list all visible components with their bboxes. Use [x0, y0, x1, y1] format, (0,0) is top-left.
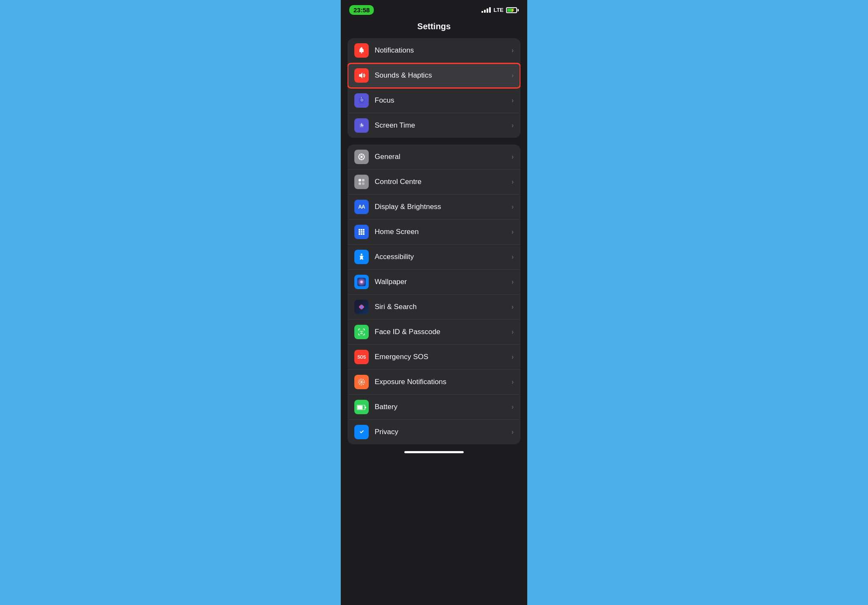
accessibility-label: Accessibility [375, 253, 512, 261]
settings-item-wallpaper[interactable]: Wallpaper › [348, 270, 520, 295]
sounds-chevron: › [512, 72, 514, 79]
svg-rect-30 [358, 405, 363, 409]
settings-item-screentime[interactable]: Screen Time › [348, 113, 520, 138]
signal-bars [481, 7, 491, 13]
display-chevron: › [512, 203, 514, 211]
screentime-label: Screen Time [375, 121, 512, 130]
settings-item-battery[interactable]: Battery › [348, 395, 520, 420]
accessibility-icon [354, 250, 369, 264]
battery-icon-wrap [354, 400, 369, 414]
control-chevron: › [512, 178, 514, 186]
screentime-icon [354, 118, 369, 133]
battery-bolt-icon: ⚡ [510, 8, 515, 12]
settings-item-faceid[interactable]: Face ID & Passcode › [348, 320, 520, 345]
faceid-chevron: › [512, 328, 514, 336]
faceid-label: Face ID & Passcode [375, 328, 512, 336]
page-title: Settings [341, 18, 527, 38]
settings-item-focus[interactable]: Focus › [348, 88, 520, 113]
settings-item-emergency[interactable]: SOS Emergency SOS › [348, 345, 520, 370]
battery-chevron: › [512, 403, 514, 411]
emergency-icon: SOS [354, 350, 369, 364]
phone-screen: 23:58 LTE ⚡ Settings [341, 0, 527, 605]
battery-tip [517, 9, 519, 11]
focus-icon [354, 93, 369, 108]
control-label: Control Centre [375, 178, 512, 186]
wallpaper-label: Wallpaper [375, 278, 512, 286]
settings-item-privacy[interactable]: Privacy › [348, 420, 520, 444]
accessibility-chevron: › [512, 253, 514, 261]
privacy-icon [354, 425, 369, 439]
svg-rect-8 [359, 179, 361, 181]
svg-point-28 [361, 381, 362, 383]
homescreen-label: Home Screen [375, 228, 512, 236]
focus-label: Focus [375, 96, 512, 105]
control-icon [354, 175, 369, 189]
faceid-icon [354, 325, 369, 339]
settings-item-sounds[interactable]: Sounds & Haptics › [348, 63, 520, 88]
siri-icon [354, 300, 369, 314]
settings-item-notifications[interactable]: Notifications › [348, 38, 520, 63]
svg-rect-10 [359, 182, 361, 185]
svg-rect-13 [361, 229, 362, 231]
display-label: Display & Brightness [375, 203, 512, 211]
exposure-icon [354, 375, 369, 389]
sounds-label: Sounds & Haptics [375, 71, 512, 80]
battery-body: ⚡ [506, 7, 517, 13]
settings-item-general[interactable]: General › [348, 145, 520, 170]
svg-rect-12 [359, 229, 360, 231]
svg-point-7 [361, 156, 363, 158]
settings-item-control[interactable]: Control Centre › [348, 170, 520, 195]
svg-rect-20 [363, 233, 364, 235]
notifications-chevron: › [512, 47, 514, 54]
svg-rect-18 [359, 233, 360, 235]
svg-rect-0 [361, 52, 362, 53]
status-time: 23:58 [349, 5, 374, 15]
notifications-label: Notifications [375, 46, 512, 55]
exposure-chevron: › [512, 378, 514, 386]
svg-rect-9 [362, 179, 364, 181]
settings-item-exposure[interactable]: Exposure Notifications › [348, 370, 520, 395]
svg-point-25 [360, 304, 363, 309]
signal-bar-2 [484, 10, 486, 13]
svg-point-1 [362, 47, 365, 49]
svg-marker-2 [359, 72, 362, 78]
battery-label: Battery [375, 403, 512, 411]
general-icon [354, 150, 369, 164]
emergency-chevron: › [512, 353, 514, 361]
svg-rect-14 [363, 229, 364, 231]
homescreen-icon [354, 225, 369, 239]
status-bar: 23:58 LTE ⚡ [341, 0, 527, 18]
svg-point-23 [360, 281, 363, 283]
notifications-icon [354, 43, 369, 58]
general-chevron: › [512, 153, 514, 161]
svg-rect-19 [361, 233, 362, 235]
sounds-icon [354, 68, 369, 83]
signal-bar-3 [487, 8, 488, 13]
privacy-chevron: › [512, 428, 514, 436]
homescreen-chevron: › [512, 228, 514, 236]
settings-group-2: General › Control Centre › AA Display & … [348, 145, 520, 444]
svg-rect-11 [362, 182, 364, 185]
wallpaper-icon [354, 275, 369, 289]
privacy-label: Privacy [375, 428, 512, 436]
siri-label: Siri & Search [375, 303, 512, 311]
signal-bar-4 [489, 7, 491, 13]
siri-chevron: › [512, 303, 514, 311]
svg-rect-15 [359, 231, 360, 233]
emergency-label: Emergency SOS [375, 353, 512, 361]
home-indicator [404, 451, 464, 453]
exposure-label: Exposure Notifications [375, 378, 512, 386]
settings-group-1: Notifications › Sounds & Haptics › [348, 38, 520, 138]
settings-item-homescreen[interactable]: Home Screen › [348, 220, 520, 245]
wallpaper-chevron: › [512, 278, 514, 286]
status-right: LTE ⚡ [481, 7, 519, 13]
svg-rect-16 [361, 231, 362, 233]
signal-bar-1 [481, 11, 483, 13]
settings-item-accessibility[interactable]: Accessibility › [348, 245, 520, 270]
screentime-chevron: › [512, 122, 514, 129]
battery-status: ⚡ [506, 7, 519, 13]
general-label: General [375, 153, 512, 161]
settings-item-siri[interactable]: Siri & Search › [348, 295, 520, 320]
settings-item-display[interactable]: AA Display & Brightness › [348, 195, 520, 220]
lte-label: LTE [493, 7, 504, 13]
